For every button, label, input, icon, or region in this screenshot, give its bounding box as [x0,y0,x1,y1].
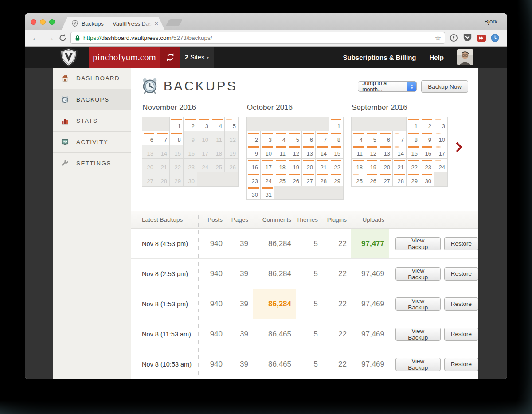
subscriptions-billing-link[interactable]: Subscriptions & Billing [343,54,416,61]
calendar-day[interactable]: 8 [329,131,343,145]
calendar-day[interactable]: 29 [329,172,343,186]
calendar-day[interactable]: 28 [393,172,407,186]
view-backup-button[interactable]: View Backup [395,358,441,371]
reload-button[interactable] [59,34,67,42]
calendar-day[interactable]: 30 [247,186,261,200]
calendar-day[interactable]: 6 [302,131,316,145]
calendar-day[interactable]: 8 [170,131,184,145]
sidebar-item-stats[interactable]: STATS [53,110,131,132]
calendar-day[interactable]: 7 [316,131,329,145]
calendar-day[interactable]: 22 [407,159,420,172]
keyhole-extension-icon[interactable] [450,34,458,42]
calendar-day[interactable]: 3 [197,117,211,131]
calendar-day[interactable]: 25 [352,172,365,186]
calendar-day[interactable]: 5 [225,117,239,131]
calendar-day[interactable]: 4 [274,131,288,145]
user-avatar[interactable] [457,49,473,65]
restore-button[interactable]: Restore [444,297,478,311]
browser-tab[interactable]: Backups — VaultPress Dashbo × [62,17,164,30]
calendar-day[interactable]: 29 [407,172,420,186]
calendar-day[interactable]: 12 [288,145,302,159]
new-tab-button[interactable] [166,19,183,26]
calendar-day[interactable]: 24 [261,172,274,186]
calendar-day[interactable]: 21 [393,159,407,172]
calendar-day[interactable]: 10 [261,145,274,159]
calendar-day[interactable]: 15 [329,145,343,159]
sidebar-item-activity[interactable]: ACTIVITY [53,132,131,153]
calendar-day[interactable]: 11 [274,145,288,159]
sync-site-button[interactable] [160,47,180,68]
backup-now-button[interactable]: Backup Now [421,80,468,93]
calendar-day[interactable]: 17 [434,145,448,159]
calendar-day[interactable]: 13 [302,145,316,159]
calendar-day[interactable]: 1 [170,117,184,131]
calendar-day[interactable]: 26 [288,172,302,186]
calendar-day[interactable]: 24 [434,159,448,172]
calendar-day[interactable]: 25 [274,172,288,186]
sidebar-item-dashboard[interactable]: DASHBOARD [53,68,131,89]
back-button[interactable]: ← [28,34,43,42]
calendar-day[interactable]: 16 [420,145,434,159]
calendar-day[interactable]: 3 [261,131,274,145]
calendar-day[interactable]: 10 [434,131,448,145]
calendar-day[interactable]: 23 [247,172,261,186]
calendar-day[interactable]: 22 [329,159,343,172]
current-site-button[interactable]: pinchofyum.com [89,47,160,68]
calendar-day[interactable]: 30 [420,172,434,186]
pocket-extension-icon[interactable] [463,34,472,42]
url-text[interactable]: https://dashboard.vaultpress.com/5273/ba… [83,35,432,41]
close-window-button[interactable] [31,19,36,25]
https-lock-icon[interactable] [74,35,81,42]
calendar-day[interactable]: 31 [261,186,274,200]
calendar-day[interactable]: 18 [274,159,288,172]
calendar-day[interactable]: 1 [329,117,343,131]
sidebar-item-backups[interactable]: BACKUPS [53,89,131,110]
bookmark-star-icon[interactable]: ☆ [435,34,441,42]
calendar-day[interactable]: 2 [247,131,261,145]
calendar-day[interactable]: 7 [393,131,407,145]
calendar-day[interactable]: 12 [365,145,379,159]
calendar-day[interactable]: 9 [247,145,261,159]
calendar-day[interactable]: 19 [365,159,379,172]
view-backup-button[interactable]: View Backup [395,237,441,250]
calendar-day[interactable]: 23 [420,159,434,172]
calendar-day[interactable]: 11 [352,145,365,159]
calendar-day[interactable]: 26 [365,172,379,186]
calendar-day[interactable]: 20 [302,159,316,172]
history-clock-extension-icon[interactable] [491,34,499,42]
calendar-day[interactable]: 5 [288,131,302,145]
calendar-day[interactable]: 19 [288,159,302,172]
sidebar-item-settings[interactable]: SETTINGS [53,153,131,174]
calendar-day[interactable]: 18 [352,159,365,172]
view-backup-button[interactable]: View Backup [395,297,441,311]
calendar-day[interactable]: 21 [316,159,329,172]
calendar-day[interactable]: 20 [379,159,393,172]
browser-menu-icon[interactable]: ⋮ [505,33,507,43]
sites-dropdown[interactable]: 2 Sites ▾ [180,47,214,68]
zoom-window-button[interactable] [49,19,55,25]
view-backup-button[interactable]: View Backup [395,328,441,341]
calendar-day[interactable]: 2 [420,117,434,131]
fast-forward-extension-icon[interactable] [477,35,486,42]
calendar-day[interactable]: 14 [393,145,407,159]
calendar-day[interactable]: 15 [407,145,420,159]
calendar-day[interactable]: 13 [379,145,393,159]
calendar-day[interactable]: 1 [407,117,420,131]
calendar-day[interactable]: 27 [302,172,316,186]
calendar-day[interactable]: 6 [379,131,393,145]
calendar-day[interactable]: 7 [156,131,170,145]
address-bar[interactable]: https://dashboard.vaultpress.com/5273/ba… [70,32,445,44]
restore-button[interactable]: Restore [444,358,478,371]
calendar-day[interactable]: 4 [352,131,365,145]
calendar-day[interactable]: 5 [365,131,379,145]
calendar-day[interactable]: 6 [142,131,156,145]
restore-button[interactable]: Restore [444,237,478,250]
restore-button[interactable]: Restore [444,267,478,281]
calendar-day[interactable]: 14 [316,145,329,159]
next-months-arrow[interactable] [455,141,464,153]
browser-profile-name[interactable]: Bjork [484,13,497,30]
calendar-day[interactable]: 9 [420,131,434,145]
vaultpress-logo-icon[interactable] [59,47,78,67]
calendar-day[interactable]: 27 [379,172,393,186]
calendar-day[interactable]: 2 [184,117,197,131]
